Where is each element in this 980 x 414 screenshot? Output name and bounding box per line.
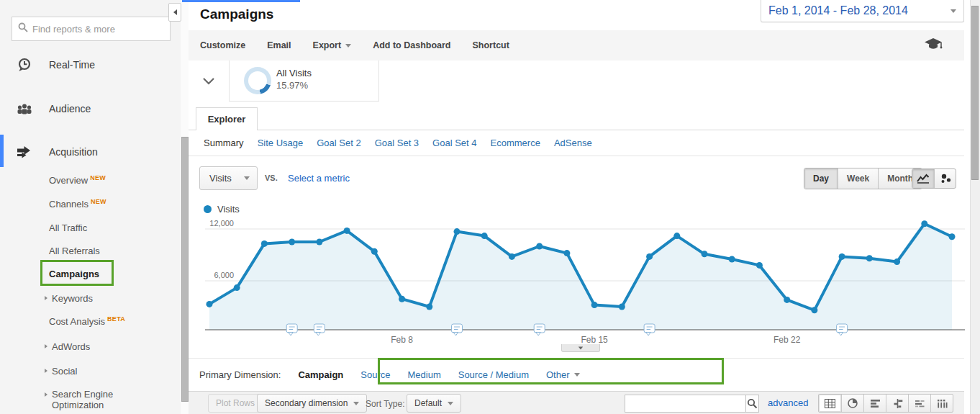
sidebar-item-acquisition[interactable]: Acquisition: [0, 143, 181, 161]
visits-series-dot-icon: [204, 205, 212, 213]
visits-over-time-chart[interactable]: 6,00012,000Feb 8Feb 15Feb 22: [205, 217, 965, 356]
audience-icon: [17, 104, 32, 114]
report-action-bar: Customize Email Export Add to Dashboard …: [189, 30, 964, 60]
term-cloud-icon: [915, 399, 925, 408]
add-to-dashboard-button[interactable]: Add to Dashboard: [373, 40, 450, 50]
sidebar-collapse-button[interactable]: [168, 3, 181, 22]
sidebar-label-audience: Audience: [49, 103, 91, 114]
sort-type-value: Default: [414, 398, 442, 408]
page-scrollbar-thumb[interactable]: [971, 6, 979, 180]
plot-rows-button[interactable]: Plot Rows: [208, 394, 263, 413]
chart-type-button-group: [912, 168, 956, 189]
date-range-selector[interactable]: Feb 1, 2014 - Feb 28, 2014: [761, 0, 964, 22]
dimension-other-label: Other: [546, 369, 570, 380]
sidebar-item-all-traffic[interactable]: All Traffic: [49, 221, 87, 234]
segment-expander-button[interactable]: [189, 60, 229, 102]
chevron-down-icon: [579, 346, 583, 349]
table-search-button[interactable]: [745, 395, 758, 412]
granularity-button-group: Day Week Month: [804, 168, 922, 189]
chart-legend: Visits: [204, 204, 240, 215]
dimension-source-medium[interactable]: Source / Medium: [458, 369, 529, 380]
sort-type-dropdown[interactable]: Default: [407, 394, 461, 413]
acquisition-arrows-icon: [17, 145, 32, 158]
annotations-drawer-handle[interactable]: [561, 344, 600, 352]
table-search-input[interactable]: [625, 395, 745, 412]
sidebar-item-campaigns[interactable]: Campaigns: [49, 267, 99, 280]
new-badge: NEW: [91, 198, 106, 205]
sidebar-item-all-referrals[interactable]: All Referrals: [49, 244, 100, 257]
sidebar-item-cost-analysis[interactable]: Cost Analysis BETA: [49, 315, 125, 328]
secondary-dimension-dropdown[interactable]: Secondary dimension: [257, 394, 367, 413]
dimension-medium[interactable]: Medium: [407, 369, 440, 380]
sidebar-item-social[interactable]: Social: [45, 364, 77, 377]
vs-label: VS.: [265, 174, 278, 182]
expand-arrow-icon: [45, 369, 47, 373]
search-icon: [747, 398, 758, 409]
tab-explorer[interactable]: Explorer: [196, 107, 258, 130]
dimension-campaign[interactable]: Campaign: [298, 369, 343, 380]
granularity-day-button[interactable]: Day: [804, 168, 838, 189]
table-view-button-group: [818, 394, 953, 413]
sidebar-label-seo: Search Engine Optimization: [52, 389, 156, 410]
customize-button[interactable]: Customize: [200, 40, 245, 50]
shortcut-button[interactable]: Shortcut: [473, 40, 509, 50]
subtab-goal-set-2[interactable]: Goal Set 2: [317, 138, 360, 148]
dimension-source[interactable]: Source: [360, 369, 390, 380]
pivot-icon: [937, 399, 948, 408]
date-range-value: Feb 1, 2014 - Feb 28, 2014: [768, 4, 950, 17]
sidebar-item-overview[interactable]: Overview NEW: [49, 174, 106, 186]
search-input[interactable]: [32, 24, 164, 35]
performance-view-button[interactable]: [863, 395, 886, 412]
subtab-ecommerce[interactable]: Ecommerce: [491, 138, 540, 148]
svg-text:Feb 22: Feb 22: [773, 335, 801, 345]
line-chart-icon: [917, 174, 930, 184]
chevron-down-icon: [202, 77, 215, 85]
primary-dimension-bar: Primary Dimension: Campaign Source Mediu…: [189, 358, 964, 391]
sidebar-item-real-time[interactable]: Real-Time: [0, 56, 181, 73]
email-button[interactable]: Email: [267, 40, 291, 50]
term-cloud-view-button[interactable]: [908, 395, 930, 412]
segment-name: All Visits: [276, 68, 312, 78]
subtab-adsense[interactable]: AdSense: [554, 138, 592, 148]
motion-chart-dots-icon: [940, 174, 951, 184]
sidebar-item-seo[interactable]: Search Engine Optimization: [45, 389, 156, 410]
advanced-search-link[interactable]: advanced: [768, 397, 808, 408]
education-graduation-cap-icon[interactable]: [924, 37, 943, 53]
comparison-view-button[interactable]: [886, 395, 908, 412]
chevron-down-icon: [950, 9, 956, 13]
segment-row: All Visits 15.97%: [189, 60, 964, 102]
sidebar-item-keywords[interactable]: Keywords: [45, 292, 93, 305]
explorer-subtabs: Summary Site Usage Goal Set 2 Goal Set 3…: [189, 130, 964, 156]
expand-arrow-icon: [45, 296, 47, 300]
table-view-button[interactable]: [819, 395, 841, 412]
sidebar-item-channels[interactable]: Channels NEW: [49, 197, 106, 210]
sidebar-label-all-traffic: All Traffic: [49, 222, 87, 233]
sidebar-item-adwords[interactable]: AdWords: [45, 340, 90, 353]
sidebar-label-acquisition: Acquisition: [49, 146, 98, 158]
line-chart-view-button[interactable]: [912, 169, 934, 188]
percentage-view-button[interactable]: [841, 395, 863, 412]
sidebar-label-real-time: Real-Time: [49, 59, 95, 71]
metric-dropdown[interactable]: Visits: [199, 166, 258, 190]
pivot-view-button[interactable]: [930, 395, 953, 412]
motion-chart-view-button[interactable]: [934, 169, 956, 188]
secondary-dimension-label: Secondary dimension: [265, 398, 348, 408]
chevron-down-icon: [448, 402, 453, 405]
visits-series-label: Visits: [217, 204, 240, 215]
expand-arrow-icon: [45, 392, 47, 397]
sidebar-search[interactable]: [12, 17, 171, 41]
sidebar-label-campaigns: Campaigns: [49, 269, 99, 279]
subtab-goal-set-4[interactable]: Goal Set 4: [432, 138, 476, 148]
select-a-metric-link[interactable]: Select a metric: [288, 173, 350, 184]
comparison-bars-icon: [892, 399, 903, 408]
export-button[interactable]: Export: [313, 40, 352, 50]
subtab-site-usage[interactable]: Site Usage: [258, 138, 304, 148]
dimension-other[interactable]: Other: [546, 369, 580, 380]
granularity-week-button[interactable]: Week: [838, 168, 878, 189]
content-scrollbar-thumb[interactable]: [181, 137, 189, 402]
subtab-goal-set-3[interactable]: Goal Set 3: [375, 138, 419, 148]
sort-type-label: Sort Type:: [366, 399, 404, 409]
segment-all-visits-card[interactable]: All Visits 15.97%: [229, 60, 379, 102]
subtab-summary[interactable]: Summary: [204, 138, 244, 148]
sidebar-item-audience[interactable]: Audience: [0, 100, 181, 117]
